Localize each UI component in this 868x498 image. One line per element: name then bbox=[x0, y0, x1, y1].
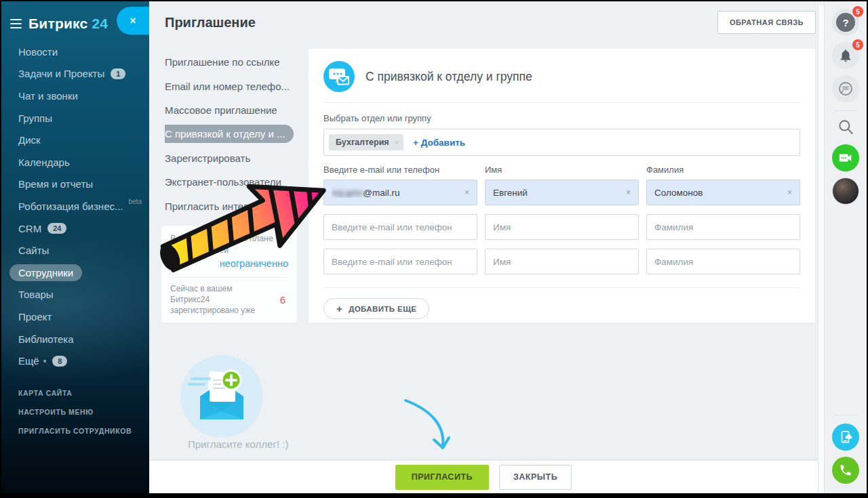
video-call-button[interactable] bbox=[832, 144, 859, 171]
chat-lines-icon bbox=[837, 81, 854, 97]
tab-invite-integrator[interactable]: Пригласить интегратора bbox=[165, 194, 309, 217]
firstname-field-row3[interactable] bbox=[485, 249, 639, 274]
sidebar-item-chat[interactable]: Чат и звонки bbox=[1, 85, 149, 107]
lastname-field-row1[interactable]: Соломонов × bbox=[646, 180, 800, 205]
selected-tab-pill: С привязкой к отделу и ... bbox=[165, 125, 294, 143]
plan-text: В вашем тарифном плане пользователей нео… bbox=[170, 233, 288, 270]
dialog-close-tab[interactable]: × bbox=[117, 7, 149, 35]
invitation-dialog: Приглашение ОБРАТНАЯ СВЯЗЬ Приглашение п… bbox=[149, 1, 824, 493]
tab-register[interactable]: Зарегистрировать bbox=[165, 146, 309, 170]
divider bbox=[834, 110, 857, 111]
sidebar-item-tasks[interactable]: Задачи и Проекты1 bbox=[1, 63, 149, 85]
sidebar-link-sitemap[interactable]: КАРТА САЙТА bbox=[1, 383, 149, 402]
email-field-row1[interactable]: my.gmx@mail.ru × bbox=[323, 180, 477, 205]
sidebar-footer-links: КАРТА САЙТА НАСТРОИТЬ МЕНЮ ПРИГЛАСИТЬ СО… bbox=[1, 383, 149, 440]
dialog-footer: ПРИГЛАСИТЬ ЗАКРЫТЬ bbox=[149, 461, 818, 493]
department-invite-icon bbox=[323, 61, 355, 92]
mobile-cloud-icon bbox=[838, 430, 853, 444]
registered-users-text: Сейчас в вашем Битрикс24 зарегистрирован… bbox=[170, 284, 272, 316]
add-more-button[interactable]: + ДОБАВИТЬ ЕЩЕ bbox=[323, 298, 429, 319]
video-camera-icon bbox=[838, 150, 853, 165]
tag-remove-icon[interactable]: × bbox=[395, 138, 399, 146]
department-tag: Бухгалтерия × bbox=[329, 134, 403, 150]
registered-users-count: 6 bbox=[280, 294, 288, 306]
firstname-field-row2[interactable] bbox=[485, 214, 639, 240]
notifications-badge: 5 bbox=[852, 39, 863, 50]
plan-unlimited-value: неограниченно bbox=[170, 257, 288, 271]
sidebar-item-calendar[interactable]: Календарь bbox=[1, 151, 149, 173]
lastname-field-row2[interactable] bbox=[646, 214, 800, 240]
plus-icon: + bbox=[336, 303, 342, 314]
sidebar-item-groups[interactable]: Группы bbox=[1, 107, 149, 129]
hamburger-menu-icon[interactable] bbox=[10, 19, 22, 28]
lastname-field-row3[interactable] bbox=[646, 249, 800, 274]
tab-bind-department[interactable]: С привязкой к отделу и ... bbox=[165, 122, 309, 146]
search-button[interactable] bbox=[837, 118, 854, 138]
selected-pill: Сотрудники bbox=[9, 264, 82, 281]
app-logo[interactable]: Битрикс 24 bbox=[28, 16, 108, 32]
sidebar-item-employees[interactable]: Сотрудники bbox=[1, 262, 149, 284]
help-badge: 5 bbox=[852, 6, 863, 17]
sidebar-item-library[interactable]: Библиотека bbox=[1, 328, 149, 350]
scroll-gutter bbox=[818, 5, 824, 493]
sidebar-item-sites[interactable]: Сайты bbox=[1, 239, 149, 262]
sidebar-item-crm[interactable]: CRM24 bbox=[1, 217, 149, 240]
email-field-row2[interactable] bbox=[323, 214, 477, 240]
logo-number: 24 bbox=[92, 16, 108, 31]
form-heading: С привязкой к отделу и группе bbox=[366, 70, 532, 84]
column-label-firstname: Имя bbox=[485, 165, 639, 175]
divider bbox=[834, 415, 857, 415]
help-icon: ? bbox=[836, 13, 855, 32]
email-hidden-part: my.gmx bbox=[332, 188, 363, 198]
crm-badge: 24 bbox=[47, 223, 66, 234]
invite-form-card: С привязкой к отделу и группе Выбрать от… bbox=[309, 49, 815, 323]
sidebar-item-disk[interactable]: Диск bbox=[1, 129, 149, 151]
column-label-email: Введите e-mail или телефон bbox=[323, 165, 477, 175]
rail-bottom-group bbox=[832, 407, 859, 493]
sidebar-item-project[interactable]: Проект bbox=[1, 306, 149, 328]
tab-mass-invitation[interactable]: Массовое приглашение bbox=[165, 98, 309, 122]
firstname-field-row1[interactable]: Евгений × bbox=[485, 180, 639, 205]
close-icon: × bbox=[130, 15, 136, 27]
mobile-app-button[interactable] bbox=[832, 423, 859, 451]
sidebar-link-configure-menu[interactable]: НАСТРОИТЬ МЕНЮ bbox=[1, 402, 149, 421]
email-field-row3[interactable] bbox=[323, 249, 477, 274]
clear-icon[interactable]: × bbox=[622, 188, 631, 197]
tab-invite-by-link[interactable]: Приглашение по ссылке bbox=[165, 50, 309, 74]
user-avatar[interactable] bbox=[832, 178, 859, 205]
department-label: Выбрать отдел или группу bbox=[323, 113, 800, 123]
column-label-lastname: Фамилия bbox=[646, 165, 800, 175]
sidebar-menu: Новости Задачи и Проекты1 Чат и звонки Г… bbox=[1, 41, 149, 372]
divider bbox=[170, 277, 288, 278]
sidebar-link-invite-employees[interactable]: ПРИГЛАСИТЬ СОТРУДНИКОВ bbox=[1, 421, 149, 440]
email-domain: @mail.ru bbox=[363, 188, 399, 198]
invite-button[interactable]: ПРИГЛАСИТЬ bbox=[395, 465, 489, 490]
feedback-button[interactable]: ОБРАТНАЯ СВЯЗЬ bbox=[717, 11, 816, 34]
plan-info-box: В вашем тарифном плане пользователей нео… bbox=[161, 225, 298, 323]
sidebar-item-more[interactable]: Ещё▾8 bbox=[1, 350, 149, 372]
clear-icon[interactable]: × bbox=[783, 188, 792, 197]
chat-history-button[interactable] bbox=[832, 75, 859, 102]
sidebar-item-time-reports[interactable]: Время и отчеты bbox=[1, 173, 149, 196]
sidebar-item-news[interactable]: Новости bbox=[1, 41, 149, 63]
add-department-link[interactable]: + Добавить bbox=[413, 138, 465, 148]
search-icon bbox=[837, 118, 854, 136]
telephony-button[interactable] bbox=[832, 457, 859, 484]
sidebar-item-rpa[interactable]: Роботизация бизнес...beta bbox=[1, 195, 149, 217]
sidebar-item-products[interactable]: Товары bbox=[1, 284, 149, 306]
help-button[interactable]: ? 5 bbox=[832, 9, 859, 36]
close-button[interactable]: ЗАКРЫТЬ bbox=[499, 465, 572, 490]
tab-extranet-users[interactable]: Экстранет-пользователи bbox=[165, 170, 309, 194]
tab-email-or-phone[interactable]: Email или номер телефо... bbox=[165, 74, 309, 98]
phone-icon bbox=[839, 463, 852, 477]
pointer-arrow bbox=[401, 397, 469, 459]
tasks-badge: 1 bbox=[111, 68, 125, 79]
department-select[interactable]: Бухгалтерия × + Добавить bbox=[323, 129, 800, 156]
logo-brand: Битрикс bbox=[28, 16, 87, 31]
sidebar: Битрикс 24 Новости Задачи и Проекты1 Чат… bbox=[1, 1, 149, 493]
notifications-button[interactable]: 5 bbox=[832, 42, 859, 69]
right-toolbar: ? 5 5 bbox=[824, 1, 867, 493]
chevron-down-icon: ▾ bbox=[43, 358, 47, 365]
invite-colleagues-illustration bbox=[180, 354, 264, 438]
clear-icon[interactable]: × bbox=[460, 188, 469, 197]
